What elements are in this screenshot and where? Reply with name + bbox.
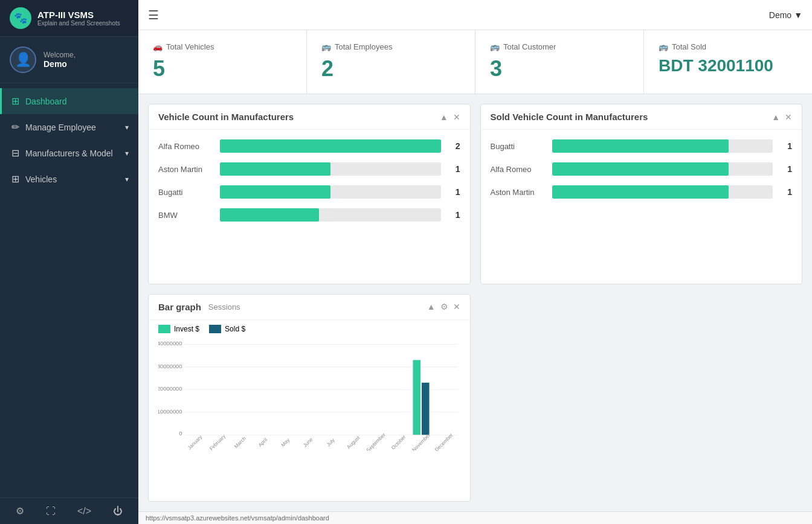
main-content: ☰ Demo ▼ 🚗 Total Vehicles 5 🚌 Total Empl…: [138, 0, 812, 524]
sidebar-nav: ⊞ Dashboard ✏ Manage Employee ▾ ⊟ Manufa…: [0, 83, 138, 497]
sidebar-item-manufacturers[interactable]: ⊟ Manufacturers & Model ▾: [0, 140, 138, 166]
widget-controls: ▲ ✕: [440, 112, 460, 122]
collapse-icon-2[interactable]: ▲: [772, 112, 780, 122]
sidebar-item-manage-employee[interactable]: ✏ Manage Employee ▾: [0, 114, 138, 140]
customer-icon: 🚌: [490, 42, 500, 51]
collapse-graph-icon[interactable]: ▲: [427, 302, 436, 312]
legend-invest-label: Invest $: [174, 325, 199, 333]
bar-label-bmw: BMW: [158, 211, 213, 220]
invest-bar-november: [413, 360, 420, 435]
svg-text:0: 0: [179, 430, 182, 436]
bar-value-alfa-romeo-sold: 1: [780, 164, 792, 174]
stat-customer-value: 3: [490, 56, 629, 81]
bar-row-alfa-romeo-sold: Alfa Romeo 1: [491, 162, 793, 176]
menu-toggle-button[interactable]: ☰: [148, 8, 159, 22]
topbar-right: Demo ▼: [769, 10, 802, 20]
welcome-text: Welcome,: [44, 51, 76, 59]
bar-label-bugatti: Bugatti: [158, 188, 213, 197]
chart-area: 40000000 30000000 20000000 10000000 0: [149, 338, 470, 458]
vehicle-count-widget: Vehicle Count in Manufacturers ▲ ✕ Alfa …: [148, 104, 471, 284]
app-title: ATP-III VSMS: [37, 10, 120, 20]
close-icon-2[interactable]: ✕: [785, 112, 792, 122]
table-icon: ⊞: [11, 173, 19, 185]
bar-graph-title: Bar graph: [158, 302, 201, 312]
svg-text:October: October: [390, 433, 407, 450]
bar-value-bugatti-sold: 1: [780, 141, 792, 151]
bar-row-bugatti-sold: Bugatti 1: [491, 139, 793, 153]
bar-label-alfa-romeo: Alfa Romeo: [158, 142, 213, 151]
bar-fill-2: [220, 162, 330, 176]
sold-bar-november: [422, 383, 429, 435]
bar-track-s3: [552, 185, 773, 199]
sold-vehicle-widget: Sold Vehicle Count in Manufacturers ▲ ✕ …: [480, 104, 803, 284]
code-icon[interactable]: </>: [77, 506, 91, 517]
topbar: ☰ Demo ▼: [138, 0, 812, 30]
bar-graph-header: Bar graph Sessions ▲ ⚙ ✕: [149, 295, 470, 320]
bar-row-bugatti: Bugatti 1: [158, 185, 460, 199]
legend-sold-color: [209, 325, 221, 333]
dropdown-arrow-icon: ▼: [794, 10, 802, 20]
chevron-down-icon-3: ▾: [125, 175, 129, 184]
demo-dropdown-button[interactable]: Demo ▼: [769, 10, 802, 20]
sidebar-item-vehicles[interactable]: ⊞ Vehicles ▾: [0, 166, 138, 192]
stat-vehicles-label: Total Vehicles: [166, 42, 214, 51]
sold-vehicle-header: Sold Vehicle Count in Manufacturers ▲ ✕: [481, 104, 802, 130]
bar-track-4: [220, 208, 441, 222]
svg-text:May: May: [280, 436, 291, 448]
bar-fill: [220, 139, 441, 153]
bar-chart-svg: 40000000 30000000 20000000 10000000 0: [158, 338, 460, 451]
stat-total-employees: 🚌 Total Employees 2: [307, 30, 475, 94]
user-section: 👤 Welcome, Demo: [0, 37, 138, 83]
svg-text:June: June: [302, 436, 314, 448]
sidebar-item-vehicles-label: Vehicles: [25, 174, 57, 184]
svg-text:August: August: [346, 434, 361, 450]
dashboard-content: Vehicle Count in Manufacturers ▲ ✕ Alfa …: [138, 94, 812, 511]
svg-text:40000000: 40000000: [158, 340, 182, 347]
sidebar-item-dashboard-label: Dashboard: [25, 97, 67, 106]
power-icon[interactable]: ⏻: [113, 506, 123, 517]
svg-text:April: April: [257, 436, 268, 448]
svg-text:March: March: [233, 435, 248, 450]
stat-vehicles-value: 5: [153, 56, 292, 81]
stat-customer-label: Total Customer: [503, 42, 556, 51]
bar-fill-s1: [552, 139, 729, 153]
sidebar-item-dashboard[interactable]: ⊞ Dashboard: [0, 88, 138, 114]
bar-row-aston-martin-sold: Aston Martin 1: [491, 185, 793, 199]
svg-text:10000000: 10000000: [158, 409, 182, 415]
username: Demo: [44, 59, 76, 69]
expand-icon[interactable]: ⛶: [46, 506, 56, 517]
sidebar: 🐾 ATP-III VSMS Explain and Send Screensh…: [0, 0, 138, 524]
bar-track-3: [220, 185, 441, 199]
svg-text:30000000: 30000000: [158, 363, 182, 369]
dashboard-icon: ⊞: [11, 95, 19, 107]
sidebar-item-manage-employee-label: Manage Employee: [25, 123, 96, 132]
demo-label: Demo: [769, 10, 791, 20]
bar-row-aston-martin: Aston Martin 1: [158, 162, 460, 176]
bar-track-2: [220, 162, 441, 176]
sold-vehicle-title: Sold Vehicle Count in Manufacturers: [491, 112, 648, 122]
bar-value-bugatti: 1: [448, 187, 460, 197]
collapse-icon[interactable]: ▲: [440, 112, 448, 122]
stat-total-vehicles: 🚗 Total Vehicles 5: [138, 30, 307, 94]
svg-text:July: July: [325, 436, 336, 447]
bar-track-s2: [552, 162, 773, 176]
bar-value-aston-martin: 1: [448, 164, 460, 174]
stat-employees-label: Total Employees: [335, 42, 392, 51]
bar-track-s1: [552, 139, 773, 153]
svg-text:January: January: [186, 433, 204, 451]
settings-graph-icon[interactable]: ⚙: [440, 302, 448, 312]
status-bar: https://vsmsatp3.azurewebsites.net/vsmsa…: [138, 511, 812, 524]
settings-icon[interactable]: ⚙: [16, 505, 24, 517]
vehicle-icon: 🚗: [153, 42, 163, 51]
stat-employees-value: 2: [321, 56, 460, 81]
close-graph-icon[interactable]: ✕: [453, 302, 460, 312]
sold-icon: 🚌: [659, 42, 668, 51]
chevron-down-icon: ▾: [125, 123, 129, 132]
chevron-down-icon-2: ▾: [125, 149, 129, 158]
legend-invest: Invest $: [158, 325, 199, 333]
employee-icon: 🚌: [321, 42, 331, 51]
avatar: 👤: [10, 46, 36, 73]
close-icon[interactable]: ✕: [453, 112, 460, 122]
sold-widget-controls: ▲ ✕: [772, 112, 792, 122]
empty-panel: [480, 294, 803, 502]
